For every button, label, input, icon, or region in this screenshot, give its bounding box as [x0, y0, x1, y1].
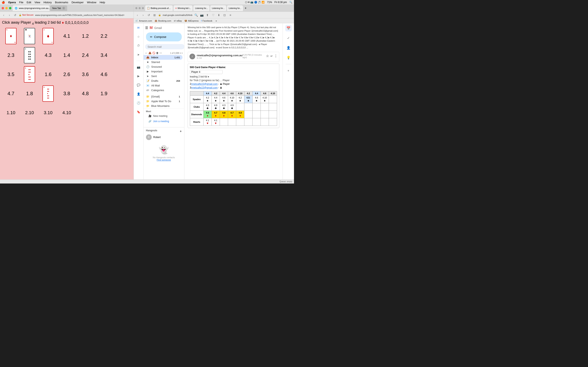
player2-link[interactable]: rmetcalfe15@gmail.com [191, 83, 218, 85]
cell-26[interactable]: 2.6 [58, 65, 76, 83]
reload-button[interactable]: ↺ [13, 13, 17, 17]
right-forward-button[interactable]: › [141, 13, 145, 17]
minimize-button[interactable] [5, 7, 8, 9]
cell-110[interactable]: 1.10 [2, 104, 20, 122]
add-icon[interactable]: + [285, 67, 292, 74]
find-someone-link[interactable]: Find someone [146, 159, 182, 161]
join-meeting-button[interactable]: 🔗 Join a meeting [146, 119, 182, 124]
view-menu[interactable]: View [35, 1, 40, 4]
tab-gmail-4[interactable]: Listening for... [210, 5, 226, 11]
right-menu-icon[interactable]: ≡ [228, 13, 232, 17]
cell-310[interactable]: 3.10 [39, 104, 57, 122]
developer-menu[interactable]: Developer [71, 1, 84, 4]
tab-gmail-2[interactable]: ✉ Winning bid i... [173, 5, 193, 11]
star-icon[interactable]: ☆ [266, 54, 269, 58]
cell-joker[interactable]: 🎩 🃏 [21, 27, 38, 45]
right-share-icon[interactable]: ⬆ [205, 13, 209, 17]
next-email-icon[interactable]: › [182, 52, 182, 54]
contacts-icon[interactable]: 👤 [285, 44, 292, 51]
right-search-icon[interactable]: 🔍 [194, 13, 198, 17]
cell-14[interactable]: 1.4 [58, 46, 76, 64]
right-back-button[interactable]: ‹ [135, 13, 139, 17]
edit-menu[interactable]: Edit [27, 1, 31, 4]
nav-chat-icon[interactable]: 💬 [136, 82, 141, 88]
tab-gmail-3[interactable]: Listening for... [193, 5, 209, 11]
player-name-input[interactable] [190, 70, 223, 74]
nav-bookmark-icon[interactable]: 🔖 [136, 109, 141, 115]
sidebar-item-all-mail[interactable]: 📧 All Mail [144, 83, 182, 88]
window-menu[interactable]: Window [87, 1, 96, 4]
tab-game[interactable]: 🌐 www.rjmprogramming.com.au... × [13, 5, 49, 11]
cell-19[interactable]: 1.9 [95, 84, 113, 103]
new-meeting-button[interactable]: 🎥 New meeting [146, 113, 182, 119]
bookmark-ebay[interactable]: 🏷 eBay [174, 20, 182, 22]
close-button[interactable] [2, 7, 4, 9]
cell-410[interactable]: 4.10 [58, 104, 76, 122]
search-menubar-icon[interactable]: 🔍 [289, 1, 292, 4]
cell-36[interactable]: 3.6 [76, 65, 94, 83]
file-menu[interactable]: File [19, 1, 24, 4]
maximize-button[interactable] [9, 7, 11, 9]
more-icon[interactable]: ⋯ [159, 52, 162, 54]
cell-8black[interactable]: 8 ♣♣♣♣♣♣♣♣ [21, 46, 38, 64]
cell-43[interactable]: 4.3 [39, 46, 57, 64]
hangouts-contact-robert[interactable]: R Robert [146, 133, 182, 141]
bookmark-facebook[interactable]: f Facebook [201, 20, 212, 22]
back-email-icon[interactable]: ← [145, 52, 148, 54]
hangouts-add-icon[interactable]: + [180, 129, 182, 133]
cell-38[interactable]: 3.8 [58, 84, 76, 103]
nav-mail-icon[interactable]: ✉ [136, 25, 141, 31]
spam-icon[interactable]: 🚫 [152, 52, 155, 54]
nav-star-icon[interactable]: ☆ [136, 34, 141, 40]
prev-email-icon[interactable]: ‹ [180, 52, 181, 54]
tab-close-newtab[interactable]: × [62, 7, 65, 9]
nav-contacts-icon[interactable]: 👤 [136, 91, 141, 97]
bookmarks-more[interactable]: » [216, 20, 217, 22]
tab-newtab[interactable]: New Tab × [50, 5, 67, 11]
bookmark-amazon[interactable]: 🛒 Amazon.com [135, 19, 152, 22]
right-camera-icon[interactable]: 📷 [200, 13, 204, 17]
nav-meet-icon[interactable]: ▶ [136, 73, 141, 79]
sidebar-item-sent[interactable]: ➤ Sent [144, 74, 182, 78]
keep-icon[interactable]: 💡 [285, 54, 292, 61]
history-menu[interactable]: History [43, 1, 52, 4]
right-reload-button[interactable]: ↺ [147, 13, 151, 17]
help-menu[interactable]: Help [100, 1, 105, 4]
sidebar-item-blue-mountains[interactable]: 📁 Blue Mountains [144, 104, 182, 108]
player3-link[interactable]: rmetcalfe15@gmail.com [191, 86, 218, 89]
forward-button[interactable]: › [7, 13, 11, 17]
nav-clock-icon[interactable]: ⏱ [136, 43, 141, 49]
cell-210[interactable]: 2.10 [21, 104, 38, 122]
sidebar-item-snoozed[interactable]: 🕐 Snoozed [144, 64, 182, 69]
compose-button[interactable]: ✏ Compose [146, 33, 182, 42]
more-actions-icon[interactable]: ⋮ [274, 54, 277, 58]
opera-menu[interactable]: Opera [8, 1, 16, 4]
sidebar-item-drafts[interactable]: 📝 Drafts 259 [144, 78, 182, 83]
bookmarks-menu[interactable]: Bookmarks [55, 1, 68, 4]
cell-22[interactable]: 2.2 [95, 27, 113, 45]
cell-34[interactable]: 3.4 [95, 46, 113, 64]
cell-23[interactable]: 2.3 [2, 46, 20, 64]
sidebar-item-important[interactable]: ▶ Important [144, 69, 182, 74]
nav-instagram-icon[interactable]: 📷 [136, 64, 141, 70]
back-button[interactable]: ‹ [2, 13, 6, 17]
cell-48[interactable]: 4.8 [76, 84, 94, 103]
right-download-icon[interactable]: ⬇ [217, 13, 221, 17]
sidebar-item-categories[interactable]: 🏷 Categories [144, 88, 182, 92]
search-input[interactable] [145, 44, 184, 49]
bookmark-booking[interactable]: 🏨 Booking.com [155, 19, 171, 22]
delete-icon[interactable]: 🗑 [156, 52, 159, 54]
tab-gmail-1[interactable]: 📋 Bidding proceeds after last No... [145, 5, 173, 11]
tasks-icon[interactable]: ✓ [285, 35, 292, 41]
cell-16[interactable]: 1.6 [39, 65, 57, 83]
cell-9dred[interactable]: 9 ♦♦♦♦♦♦♦♦♦ [39, 84, 57, 103]
right-extensions-icon[interactable]: ⊡ [223, 13, 227, 17]
hamburger-icon[interactable]: ☰ [145, 26, 148, 30]
right-grid-button[interactable]: ⊞ [153, 13, 156, 17]
nav-clock2-icon[interactable]: 🕐 [136, 100, 141, 106]
calendar-icon[interactable]: 📅 [285, 25, 292, 31]
cell-king-red[interactable]: K ♦ K [2, 27, 20, 45]
apple-menu[interactable]: 🍎 [2, 1, 5, 4]
sidebar-item-apple-mail-todo[interactable]: 📁 Apple Mail To Do 1 [144, 99, 182, 104]
bookmark-aliexpress[interactable]: 📦 AliExpress [184, 19, 199, 22]
